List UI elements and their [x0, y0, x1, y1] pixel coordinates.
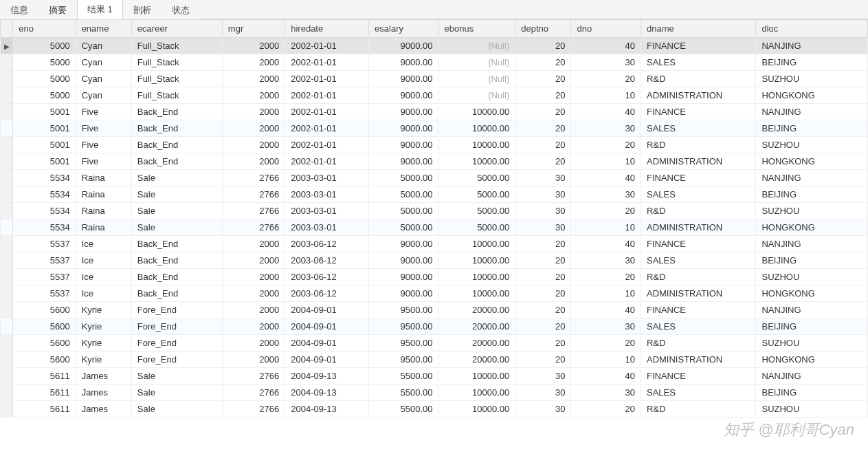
cell-eno[interactable]: 5001 [13, 104, 76, 120]
cell-ebonus[interactable]: 20000.00 [438, 352, 515, 368]
row-gutter[interactable] [1, 120, 13, 137]
cell-esalary[interactable]: 9000.00 [369, 120, 439, 137]
cell-esalary[interactable]: 9000.00 [369, 269, 439, 285]
cell-dname[interactable]: R&D [641, 203, 756, 219]
table-row[interactable]: 5000CyanFull_Stack20002002-01-019000.00(… [1, 71, 868, 87]
cell-dloc[interactable]: SUZHOU [756, 401, 868, 418]
cell-eno[interactable]: 5001 [13, 153, 76, 170]
column-header-esalary[interactable]: esalary [369, 20, 439, 38]
cell-deptno[interactable]: 20 [515, 54, 571, 71]
cell-ebonus[interactable]: 20000.00 [438, 318, 515, 335]
cell-mgr[interactable]: 2000 [222, 120, 285, 137]
cell-esalary[interactable]: 9500.00 [369, 335, 439, 352]
table-row[interactable]: 5611JamesSale27662004-09-135500.0010000.… [1, 368, 868, 385]
cell-esalary[interactable]: 9000.00 [369, 236, 439, 252]
cell-dloc[interactable]: SUZHOU [756, 335, 868, 352]
cell-ecareer[interactable]: Back_End [131, 153, 222, 170]
cell-ename[interactable]: James [76, 368, 131, 385]
column-header-ecareer[interactable]: ecareer [131, 20, 222, 38]
cell-ename[interactable]: Raina [76, 186, 131, 203]
cell-dno[interactable]: 20 [571, 71, 641, 87]
table-row[interactable]: 5001FiveBack_End20002002-01-019000.00100… [1, 153, 868, 170]
tab-0[interactable]: 信息 [0, 0, 38, 19]
row-gutter[interactable] [1, 170, 13, 186]
cell-dname[interactable]: SALES [641, 252, 756, 269]
cell-ename[interactable]: Five [76, 153, 131, 170]
cell-ebonus[interactable]: 20000.00 [438, 335, 515, 352]
cell-dno[interactable]: 40 [571, 104, 641, 120]
cell-eno[interactable]: 5001 [13, 120, 76, 137]
column-header-hiredate[interactable]: hiredate [285, 20, 369, 38]
cell-hiredate[interactable]: 2004-09-13 [285, 385, 369, 401]
cell-deptno[interactable]: 20 [515, 137, 571, 153]
cell-ename[interactable]: Kyrie [76, 335, 131, 352]
cell-esalary[interactable]: 5500.00 [369, 368, 439, 385]
cell-eno[interactable]: 5611 [13, 385, 76, 401]
cell-deptno[interactable]: 20 [515, 285, 571, 302]
cell-hiredate[interactable]: 2002-01-01 [285, 54, 369, 71]
cell-deptno[interactable]: 20 [515, 87, 571, 104]
table-row[interactable]: 5534RainaSale27662003-03-015000.005000.0… [1, 186, 868, 203]
cell-dname[interactable]: FINANCE [641, 170, 756, 186]
cell-ename[interactable]: James [76, 401, 131, 418]
table-row[interactable]: 5537IceBack_End20002003-06-129000.001000… [1, 269, 868, 285]
cell-dname[interactable]: FINANCE [641, 104, 756, 120]
cell-dloc[interactable]: BEIJING [756, 318, 868, 335]
cell-ebonus[interactable]: 5000.00 [438, 219, 515, 236]
cell-eno[interactable]: 5600 [13, 318, 76, 335]
cell-dloc[interactable]: BEIJING [756, 54, 868, 71]
cell-ecareer[interactable]: Back_End [131, 269, 222, 285]
cell-eno[interactable]: 5537 [13, 236, 76, 252]
cell-dno[interactable]: 30 [571, 54, 641, 71]
cell-dloc[interactable]: NANJING [756, 104, 868, 120]
cell-mgr[interactable]: 2000 [222, 269, 285, 285]
cell-eno[interactable]: 5611 [13, 368, 76, 385]
cell-hiredate[interactable]: 2002-01-01 [285, 153, 369, 170]
cell-esalary[interactable]: 9000.00 [369, 104, 439, 120]
cell-ecareer[interactable]: Sale [131, 186, 222, 203]
cell-mgr[interactable]: 2000 [222, 285, 285, 302]
cell-ename[interactable]: Ice [76, 236, 131, 252]
cell-deptno[interactable]: 20 [515, 252, 571, 269]
cell-mgr[interactable]: 2000 [222, 352, 285, 368]
cell-ecareer[interactable]: Back_End [131, 104, 222, 120]
cell-ecareer[interactable]: Full_Stack [131, 87, 222, 104]
cell-dname[interactable]: SALES [641, 385, 756, 401]
cell-hiredate[interactable]: 2004-09-01 [285, 318, 369, 335]
cell-ecareer[interactable]: Back_End [131, 236, 222, 252]
cell-mgr[interactable]: 2000 [222, 71, 285, 87]
cell-dno[interactable]: 40 [571, 38, 641, 54]
cell-mgr[interactable]: 2766 [222, 385, 285, 401]
cell-ecareer[interactable]: Sale [131, 385, 222, 401]
cell-ecareer[interactable]: Back_End [131, 285, 222, 302]
cell-ecareer[interactable]: Fore_End [131, 302, 222, 318]
row-gutter[interactable] [1, 203, 13, 219]
row-gutter[interactable] [1, 153, 13, 170]
cell-dname[interactable]: FINANCE [641, 236, 756, 252]
row-gutter[interactable] [1, 87, 13, 104]
cell-ecareer[interactable]: Full_Stack [131, 38, 222, 54]
cell-dno[interactable]: 40 [571, 236, 641, 252]
cell-ecareer[interactable]: Sale [131, 203, 222, 219]
cell-ebonus[interactable]: 20000.00 [438, 302, 515, 318]
cell-dno[interactable]: 30 [571, 318, 641, 335]
row-gutter[interactable] [1, 335, 13, 352]
cell-esalary[interactable]: 5000.00 [369, 219, 439, 236]
cell-mgr[interactable]: 2000 [222, 87, 285, 104]
cell-eno[interactable]: 5600 [13, 335, 76, 352]
row-gutter[interactable] [1, 368, 13, 385]
cell-esalary[interactable]: 9000.00 [369, 54, 439, 71]
cell-ename[interactable]: Kyrie [76, 352, 131, 368]
cell-hiredate[interactable]: 2004-09-13 [285, 368, 369, 385]
tab-3[interactable]: 剖析 [123, 0, 162, 19]
table-row[interactable]: 5001FiveBack_End20002002-01-019000.00100… [1, 137, 868, 153]
cell-hiredate[interactable]: 2002-01-01 [285, 137, 369, 153]
cell-dname[interactable]: SALES [641, 54, 756, 71]
cell-deptno[interactable]: 20 [515, 335, 571, 352]
cell-mgr[interactable]: 2000 [222, 302, 285, 318]
cell-ebonus[interactable]: 5000.00 [438, 186, 515, 203]
cell-dno[interactable]: 10 [571, 352, 641, 368]
cell-dname[interactable]: ADMINISTRATION [641, 153, 756, 170]
cell-dloc[interactable]: SUZHOU [756, 71, 868, 87]
tab-4[interactable]: 状态 [162, 0, 200, 19]
